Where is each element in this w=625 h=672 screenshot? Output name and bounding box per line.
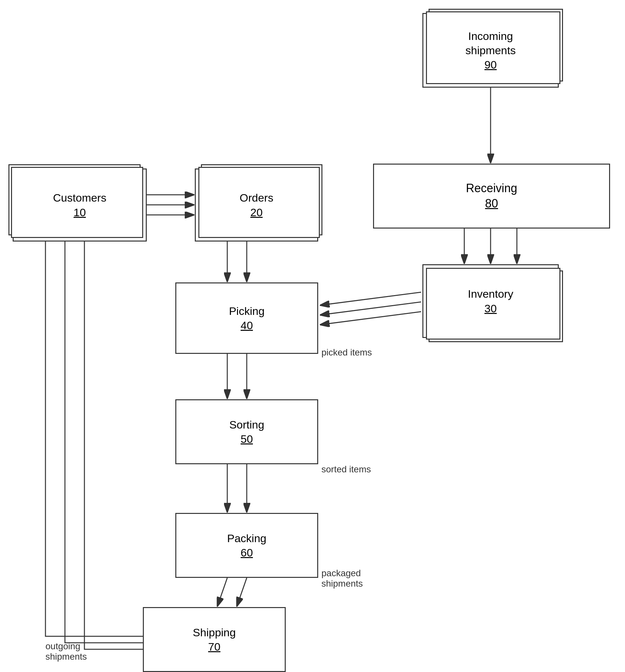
outgoing-shipments-label: outgoing shipments [45,641,87,662]
receiving-id[interactable]: 80 [485,196,498,211]
sorted-items-label: sorted items [321,464,371,475]
svg-line-12 [321,312,421,325]
shipping-box[interactable]: Shipping 70 [143,607,286,672]
orders-box[interactable]: Orders 20 [195,168,318,242]
svg-line-17 [218,578,227,606]
incoming-shipments-box[interactable]: Incoming shipments 90 [423,13,559,88]
packaged-shipments-label: packaged shipments [321,568,363,589]
customers-id[interactable]: 10 [74,205,86,219]
receiving-box[interactable]: Receiving 80 [373,164,610,229]
inventory-label: Inventory [468,287,513,301]
packing-box[interactable]: Packing 60 [175,513,318,578]
receiving-label: Receiving [466,181,517,196]
svg-line-18 [237,578,247,606]
picked-items-label: picked items [321,347,372,358]
incoming-shipments-label: Incoming shipments [465,29,516,57]
orders-label: Orders [240,191,273,205]
svg-line-11 [321,302,421,315]
picking-label: Picking [229,304,265,318]
sorting-label: Sorting [229,417,264,432]
picking-box[interactable]: Picking 40 [175,283,318,354]
inventory-box[interactable]: Inventory 30 [423,264,559,338]
sorting-box[interactable]: Sorting 50 [175,399,318,464]
shipping-id[interactable]: 70 [208,640,220,654]
incoming-shipments-id[interactable]: 90 [484,57,497,72]
picking-id[interactable]: 40 [241,318,253,332]
svg-line-10 [321,292,421,305]
orders-id[interactable]: 20 [250,205,263,219]
diagram: Incoming shipments 90 Receiving 80 Inven… [0,0,625,672]
customers-label: Customers [53,191,106,205]
packing-label: Packing [227,531,267,545]
customers-box[interactable]: Customers 10 [13,168,147,242]
shipping-label: Shipping [193,625,236,640]
sorting-id[interactable]: 50 [241,432,253,446]
packing-id[interactable]: 60 [241,545,253,560]
inventory-id[interactable]: 30 [484,301,497,315]
